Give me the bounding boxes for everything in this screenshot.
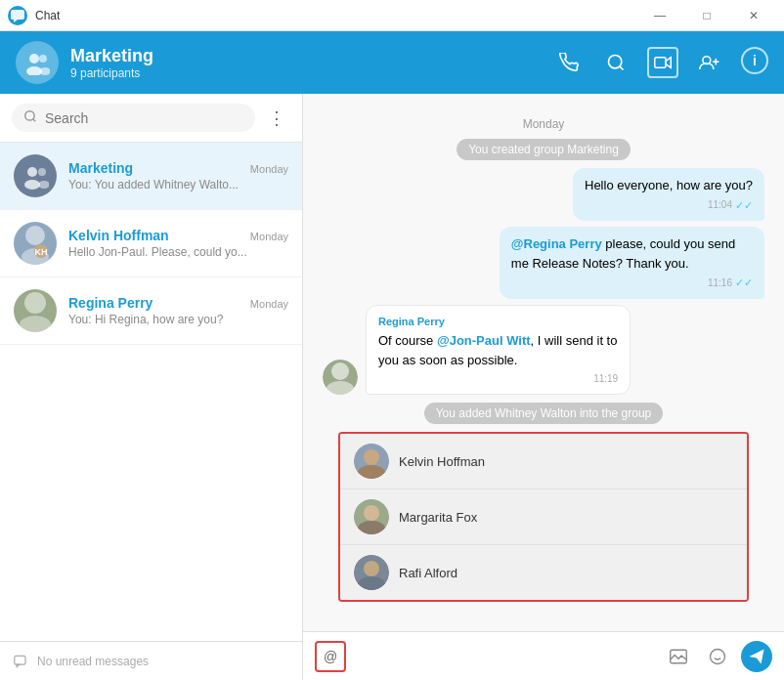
- svg-rect-0: [11, 10, 24, 20]
- chat-list: Marketing Monday You: You added Whitney …: [0, 143, 302, 641]
- message-1-time: 11:04: [708, 197, 732, 212]
- message-1-bubble: Hello everyone, how are you? 11:04 ✓✓: [573, 168, 764, 221]
- svg-line-14: [33, 119, 36, 122]
- message-2-text: @Regina Perry please, could you send me …: [511, 234, 753, 273]
- message-3-text-before: Of course: [378, 333, 437, 348]
- svg-point-18: [38, 181, 49, 189]
- message-1: Hello everyone, how are you? 11:04 ✓✓: [323, 168, 764, 221]
- app-icon: [8, 6, 27, 25]
- regina-incoming-avatar: [323, 360, 358, 395]
- svg-rect-25: [15, 656, 25, 664]
- svg-marker-26: [17, 664, 19, 666]
- system-message-added: You added Whitney Walton into the group: [323, 403, 764, 424]
- messages-container: Monday You created group Marketing Hello…: [303, 94, 784, 631]
- participant-kelvin[interactable]: Kelvin Hoffman: [340, 434, 747, 489]
- svg-marker-9: [666, 58, 671, 68]
- svg-rect-8: [655, 58, 666, 68]
- message-2-time: 11:16: [708, 276, 732, 290]
- svg-point-23: [24, 292, 46, 314]
- message-2-tick: ✓✓: [735, 275, 753, 291]
- message-1-meta: 11:04 ✓✓: [585, 197, 753, 214]
- info-button[interactable]: i: [741, 47, 768, 74]
- kelvin-chat-name: Kelvin Hoffman: [68, 228, 169, 243]
- message-2: @Regina Perry please, could you send me …: [323, 227, 764, 299]
- kelvin-chat-time: Monday: [250, 231, 288, 242]
- participant-rafi[interactable]: Rafi Alford: [340, 545, 747, 600]
- message-3-text: Of course @Jon-Paul Witt, I will send it…: [378, 331, 618, 369]
- header-actions: i: [553, 47, 768, 78]
- participant-kelvin-name: Kelvin Hoffman: [399, 454, 485, 469]
- svg-point-5: [39, 67, 50, 75]
- input-bar: @: [303, 631, 784, 680]
- system-message-text: You created group Marketing: [457, 139, 631, 160]
- regina-chat-time: Monday: [250, 298, 288, 310]
- close-button[interactable]: ✕: [731, 0, 776, 31]
- svg-point-36: [364, 561, 379, 576]
- participant-margarita[interactable]: Margarita Fox: [340, 489, 747, 545]
- svg-point-28: [327, 381, 354, 395]
- marketing-chat-time: Monday: [250, 163, 288, 175]
- message-3: Regina Perry Of course @Jon-Paul Witt, I…: [323, 305, 764, 396]
- svg-point-27: [331, 362, 349, 380]
- video-button[interactable]: [647, 47, 678, 78]
- regina-chat-name: Regina Perry: [68, 295, 152, 311]
- svg-point-30: [364, 449, 379, 465]
- kelvin-chat-preview: Hello Jon-Paul. Please, could yo...: [68, 245, 288, 259]
- svg-point-19: [25, 226, 45, 245]
- phone-button[interactable]: [553, 47, 585, 78]
- body: ⋮ Marketing: [0, 94, 784, 680]
- chat-item-marketing[interactable]: Marketing Monday You: You added Whitney …: [0, 143, 302, 210]
- message-3-bubble: Regina Perry Of course @Jon-Paul Witt, I…: [366, 305, 631, 396]
- search-input-wrap[interactable]: [12, 104, 255, 132]
- regina-avatar: [14, 289, 57, 332]
- marketing-chat-name: Marketing: [68, 160, 133, 176]
- message-3-time: 11:19: [593, 371, 618, 386]
- at-mention-button[interactable]: @: [315, 641, 346, 672]
- system-message-created: You created group Marketing: [323, 139, 764, 160]
- group-name: Marketing: [70, 46, 553, 66]
- status-text: No unread messages: [37, 655, 149, 668]
- titlebar: Chat — □ ✕: [0, 0, 784, 31]
- svg-point-4: [39, 55, 47, 63]
- header-info: Marketing 9 participants: [70, 46, 553, 80]
- group-avatar: [16, 41, 59, 84]
- svg-point-16: [24, 180, 40, 190]
- day-divider: Monday: [323, 117, 764, 131]
- svg-point-24: [20, 316, 51, 332]
- more-options-button[interactable]: ⋮: [263, 105, 290, 132]
- attach-button[interactable]: [663, 641, 694, 672]
- system-message-added-text: You added Whitney Walton into the group: [424, 403, 664, 424]
- minimize-button[interactable]: —: [637, 0, 682, 31]
- svg-point-17: [38, 168, 46, 176]
- maximize-button[interactable]: □: [684, 0, 729, 31]
- emoji-button[interactable]: [702, 641, 733, 672]
- participant-rafi-avatar: [354, 555, 389, 590]
- svg-text:KH: KH: [35, 247, 48, 257]
- kelvin-avatar: KH: [14, 222, 57, 265]
- svg-marker-1: [14, 20, 18, 22]
- message-3-meta: 11:19: [378, 371, 618, 386]
- svg-point-15: [27, 167, 37, 177]
- participant-count: 9 participants: [70, 66, 553, 80]
- participant-margarita-name: Margarita Fox: [399, 510, 477, 525]
- mention-regina: @Regina Perry: [511, 236, 602, 251]
- send-button[interactable]: [741, 641, 772, 672]
- app-container: Marketing 9 participants: [0, 31, 784, 680]
- message-input[interactable]: [354, 650, 655, 664]
- mention-jonpaul: @Jon-Paul Witt: [437, 333, 531, 348]
- chat-area: Monday You created group Marketing Hello…: [303, 94, 784, 680]
- svg-point-2: [29, 54, 39, 64]
- search-input[interactable]: [45, 110, 243, 126]
- message-2-meta: 11:16 ✓✓: [511, 275, 753, 291]
- window-title: Chat: [35, 9, 637, 22]
- search-header-button[interactable]: [600, 47, 632, 78]
- participant-kelvin-avatar: [354, 444, 389, 479]
- input-area[interactable]: [354, 648, 655, 665]
- svg-point-13: [25, 111, 34, 120]
- chat-item-regina[interactable]: Regina Perry Monday You: Hi Regina, how …: [0, 277, 302, 345]
- marketing-chat-content: Marketing Monday You: You added Whitney …: [68, 160, 288, 191]
- add-participant-button[interactable]: [694, 47, 725, 78]
- chat-item-kelvin[interactable]: KH Kelvin Hoffman Monday Hello Jon-Paul.…: [0, 210, 302, 277]
- participant-rafi-name: Rafi Alford: [399, 566, 457, 580]
- sidebar: ⋮ Marketing: [0, 94, 303, 680]
